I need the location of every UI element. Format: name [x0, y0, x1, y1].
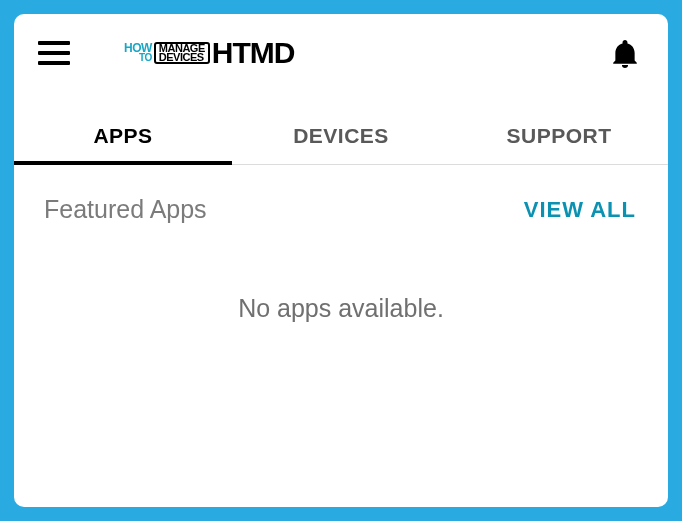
svg-rect-0	[38, 41, 70, 45]
logo-manage-devices-box: MANAGE DEVICES	[154, 42, 210, 65]
notifications-button[interactable]	[612, 38, 638, 68]
hamburger-icon	[38, 41, 70, 65]
tab-apps[interactable]: APPS	[14, 110, 232, 164]
empty-state-text: No apps available.	[14, 294, 668, 323]
section-title: Featured Apps	[44, 195, 207, 224]
menu-button[interactable]	[38, 41, 70, 65]
tab-support[interactable]: SUPPORT	[450, 110, 668, 164]
bell-icon	[612, 38, 638, 68]
logo-howto: HOW TO	[124, 44, 152, 62]
logo-devices-text: DEVICES	[159, 53, 205, 62]
logo-brand-text: HTMD	[212, 36, 295, 70]
svg-rect-1	[38, 51, 70, 55]
tab-devices[interactable]: DEVICES	[232, 110, 450, 164]
svg-rect-2	[38, 61, 70, 65]
view-all-link[interactable]: VIEW ALL	[524, 197, 636, 223]
featured-apps-header: Featured Apps VIEW ALL	[14, 165, 668, 224]
app-logo: HOW TO MANAGE DEVICES HTMD	[124, 36, 294, 70]
tab-bar: APPS DEVICES SUPPORT	[14, 110, 668, 165]
header-bar: HOW TO MANAGE DEVICES HTMD	[14, 14, 668, 80]
logo-to-text: TO	[139, 54, 152, 62]
app-window: HOW TO MANAGE DEVICES HTMD APPS DEVICES …	[14, 14, 668, 507]
